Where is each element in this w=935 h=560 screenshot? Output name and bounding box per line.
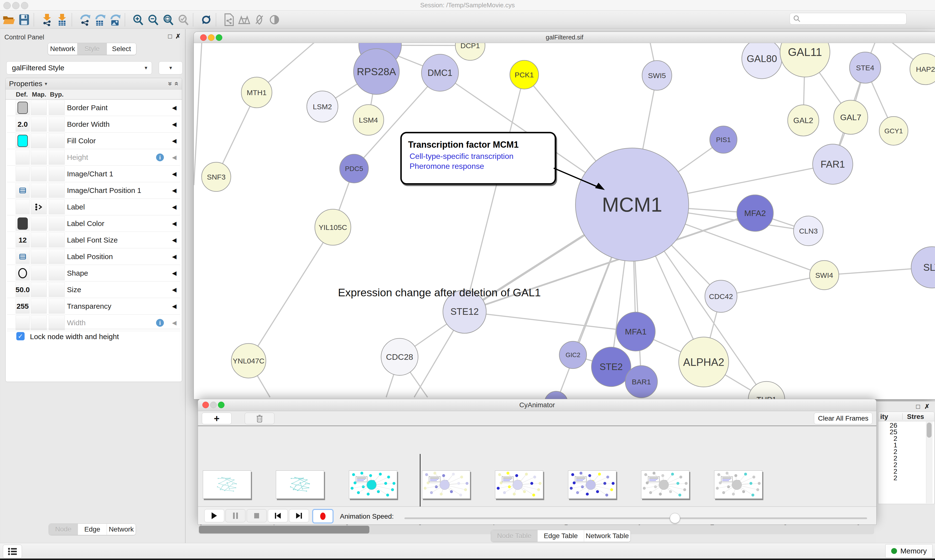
expand-property-icon[interactable]: ◀ xyxy=(172,253,176,260)
style-options-button[interactable]: ▾ xyxy=(159,61,183,74)
table-row[interactable]: 2 xyxy=(878,448,926,454)
property-row-shape[interactable]: Shape◀ xyxy=(7,265,180,282)
tab-style[interactable]: Style xyxy=(77,43,107,55)
frame-thumbnail-6[interactable] xyxy=(641,471,689,499)
network-node-lsm2[interactable]: LSM2 xyxy=(307,91,338,122)
property-row-label-color[interactable]: Label Color◀ xyxy=(7,215,180,232)
table-row[interactable]: 2 xyxy=(878,454,926,461)
network-node-lsm4[interactable]: LSM4 xyxy=(353,105,384,135)
properties-header[interactable]: Properties ▾ » » xyxy=(6,78,182,89)
expand-property-icon[interactable]: ◀ xyxy=(172,270,176,277)
network-node-cln3[interactable]: CLN3 xyxy=(793,216,823,246)
export-network-button[interactable] xyxy=(77,12,93,27)
animation-speed-slider[interactable] xyxy=(404,517,867,519)
mapping-cell[interactable] xyxy=(31,200,47,214)
property-row-border-paint[interactable]: Border Paint◀ xyxy=(7,100,180,116)
bypass-cell[interactable] xyxy=(49,133,65,148)
play-button[interactable] xyxy=(204,509,224,522)
network-node-slt[interactable]: SLT xyxy=(911,247,935,288)
bypass-cell[interactable] xyxy=(49,282,65,297)
float-panel-icon[interactable]: □ xyxy=(168,32,172,40)
network-node-rps28a[interactable]: RPS28A xyxy=(353,49,399,94)
frame-thumbnail-1[interactable] xyxy=(276,471,324,499)
zoom-icon[interactable] xyxy=(216,34,222,41)
mapping-cell[interactable] xyxy=(31,282,47,297)
style-combobox[interactable]: galFiltered Style ▾ xyxy=(6,61,152,74)
network-node-mth1[interactable]: MTH1 xyxy=(241,77,272,108)
expand-property-icon[interactable]: ◀ xyxy=(172,187,176,194)
bypass-cell[interactable] xyxy=(49,100,65,115)
frame-thumbnail-0[interactable] xyxy=(203,471,251,499)
mapping-cell[interactable] xyxy=(31,150,47,165)
add-frame-button[interactable]: + xyxy=(202,412,231,424)
expand-property-icon[interactable]: ◀ xyxy=(172,105,176,111)
delete-frame-button[interactable] xyxy=(245,412,275,424)
mapping-cell[interactable] xyxy=(31,266,47,280)
tab-network-table[interactable]: Network Table xyxy=(584,530,630,542)
zoom-selected-button[interactable] xyxy=(176,12,191,27)
mapping-cell[interactable] xyxy=(31,183,47,198)
tab-network[interactable]: Network xyxy=(48,43,77,55)
tab-node-table[interactable]: Node Table xyxy=(491,530,538,542)
info-icon[interactable]: i xyxy=(156,319,164,327)
property-row-transparency[interactable]: 255Transparency◀ xyxy=(7,298,180,315)
stop-button[interactable] xyxy=(247,509,267,522)
search-input[interactable] xyxy=(802,15,906,23)
table-row[interactable]: 25 xyxy=(878,428,926,435)
mapping-cell[interactable] xyxy=(31,133,47,148)
property-row-border-width[interactable]: 2.0Border Width◀ xyxy=(7,116,180,132)
zoom-fit-button[interactable] xyxy=(161,12,176,27)
hide-button[interactable] xyxy=(252,12,267,27)
bypass-cell[interactable] xyxy=(49,232,65,248)
network-node-gal2[interactable]: GAL2 xyxy=(788,105,819,136)
mapping-cell[interactable] xyxy=(31,299,47,314)
float-panel-icon[interactable]: □ xyxy=(916,403,920,411)
save-button[interactable] xyxy=(17,12,32,27)
scrollbar-thumb[interactable] xyxy=(199,526,369,534)
zoom-icon[interactable] xyxy=(218,402,224,408)
default-value-cell[interactable] xyxy=(15,200,30,214)
default-value-cell[interactable]: 255 xyxy=(15,299,30,314)
tab-network[interactable]: Network xyxy=(107,524,136,535)
slider-knob[interactable] xyxy=(670,513,680,523)
refresh-button[interactable] xyxy=(199,12,214,27)
mapping-cell[interactable] xyxy=(31,100,47,115)
cyanimator-titlebar[interactable]: CyAnimator xyxy=(198,399,876,411)
default-value-cell[interactable] xyxy=(15,183,30,198)
default-value-cell[interactable] xyxy=(15,166,30,181)
task-history-button[interactable] xyxy=(3,545,22,558)
step-forward-button[interactable] xyxy=(289,509,309,522)
close-panel-icon[interactable]: ✗ xyxy=(924,403,930,411)
table-row[interactable]: 26 xyxy=(878,422,926,428)
mapping-cell[interactable] xyxy=(31,315,47,330)
property-row-width[interactable]: Widthi◀ xyxy=(7,315,180,331)
bypass-cell[interactable] xyxy=(49,166,65,181)
network-node-cdc42[interactable]: CDC42 xyxy=(705,280,737,312)
property-row-image-chart-position-1[interactable]: Image/Chart Position 1◀ xyxy=(7,182,180,199)
expand-property-icon[interactable]: ◀ xyxy=(172,220,176,227)
network-node-alpha2[interactable]: ALPHA2 xyxy=(679,337,729,387)
property-row-fill-color[interactable]: Fill Color◀ xyxy=(7,132,180,149)
show-button[interactable] xyxy=(267,12,282,27)
default-value-cell[interactable] xyxy=(15,315,30,330)
property-row-height[interactable]: Heighti◀ xyxy=(7,149,180,166)
bypass-cell[interactable] xyxy=(49,299,65,314)
expand-property-icon[interactable]: ◀ xyxy=(172,319,176,326)
binoculars-button[interactable] xyxy=(237,12,252,27)
default-value-cell[interactable] xyxy=(15,133,30,148)
expand-property-icon[interactable]: ◀ xyxy=(172,154,176,161)
open-folder-button[interactable] xyxy=(2,12,17,27)
network-node-gcy1[interactable]: GCY1 xyxy=(879,117,908,145)
close-icon[interactable] xyxy=(200,34,207,41)
table-row[interactable]: 1 xyxy=(878,441,926,448)
mapping-cell[interactable] xyxy=(31,249,47,264)
network-node-yil105c[interactable]: YIL105C xyxy=(315,209,351,245)
default-value-cell[interactable]: 12 xyxy=(15,232,30,248)
default-value-cell[interactable] xyxy=(15,249,30,264)
network-node-gal7[interactable]: GAL7 xyxy=(834,100,868,134)
mapping-cell[interactable] xyxy=(31,117,47,132)
network-node-pis1[interactable]: PIS1 xyxy=(710,126,737,153)
bypass-cell[interactable] xyxy=(49,183,65,198)
scrollbar-thumb[interactable] xyxy=(927,423,932,438)
network-node-dcp1[interactable]: DCP1 xyxy=(455,43,485,60)
